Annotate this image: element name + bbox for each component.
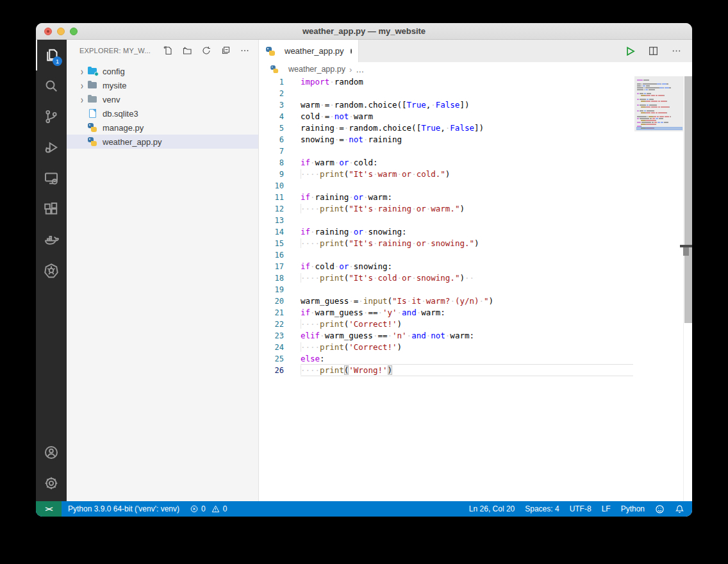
line-content[interactable]: ····print("It's·warm·or·cold."): [301, 169, 634, 180]
line-content[interactable]: else:: [301, 353, 634, 365]
line-content[interactable]: ····print('Correct!'): [301, 319, 634, 330]
code-line-21[interactable]: 21if·warm_guess·==·'y'·and·warm:: [259, 307, 634, 319]
line-content[interactable]: [301, 145, 634, 157]
code-line-20[interactable]: 20warm_guess·=·input("Is·it·warm?·(y/n)·…: [259, 295, 634, 307]
line-content[interactable]: if·warm·or·cold:: [301, 157, 634, 169]
code-editor[interactable]: 1import·random23warm·=·random.choice([Tr…: [259, 76, 692, 501]
code-line-16[interactable]: 16: [259, 249, 634, 261]
account-button[interactable]: [36, 437, 67, 468]
code-line-3[interactable]: 3warm·=·random.choice([True,·False]): [259, 99, 634, 111]
sidebar-item-run-debug[interactable]: [36, 132, 67, 163]
line-content[interactable]: [301, 249, 634, 261]
code-line-9[interactable]: 9····print("It's·warm·or·cold."): [259, 169, 634, 180]
indentation[interactable]: Spaces: 4: [525, 504, 559, 513]
code-line-10[interactable]: 10: [259, 180, 634, 192]
chevron-right-icon[interactable]: ›: [78, 94, 87, 105]
line-content[interactable]: ····print("It's·cold·or·snowing.")··: [301, 272, 634, 284]
split-editor-button[interactable]: [646, 44, 660, 58]
minimize-button[interactable]: [57, 28, 65, 35]
code-line-24[interactable]: 24····print('Correct!'): [259, 342, 634, 353]
breadcrumb-more[interactable]: …: [356, 65, 364, 74]
line-content[interactable]: [301, 215, 634, 226]
modified-dot[interactable]: [351, 49, 352, 54]
code-line-17[interactable]: 17if·cold·or·snowing:: [259, 261, 634, 272]
more-actions-button[interactable]: [238, 44, 252, 58]
close-button[interactable]: [44, 28, 52, 35]
language-mode[interactable]: Python: [621, 504, 645, 513]
file-row-mysite[interactable]: ›mysite: [67, 78, 258, 92]
line-content[interactable]: cold·=·not·warm: [301, 111, 634, 122]
sidebar-item-docker[interactable]: [36, 224, 67, 255]
line-content[interactable]: ····print('Wrong!'): [301, 365, 634, 376]
file-row-db-sqlite3[interactable]: db.sqlite3: [67, 106, 258, 120]
code-line-23[interactable]: 23elif·warm_guess·==·'n'·and·not·warm:: [259, 330, 634, 342]
code-line-5[interactable]: 5raining·=·random.choice([True,·False]): [259, 122, 634, 134]
code-line-19[interactable]: 19: [259, 284, 634, 295]
file-row-weather-app-py[interactable]: weather_app.py: [67, 135, 258, 149]
more-editor-actions-button[interactable]: [669, 44, 683, 58]
breadcrumb[interactable]: weather_app.py › …: [259, 62, 692, 76]
line-content[interactable]: ····print("It's·raining·or·snowing."): [301, 238, 634, 249]
code-line-14[interactable]: 14if·raining·or·snowing:: [259, 226, 634, 238]
code-line-13[interactable]: 13: [259, 215, 634, 226]
cursor-position[interactable]: Ln 26, Col 20: [469, 504, 515, 513]
run-python-file-button[interactable]: [623, 44, 637, 58]
code-line-22[interactable]: 22····print('Correct!'): [259, 319, 634, 330]
refresh-button[interactable]: [199, 44, 213, 58]
code-line-25[interactable]: 25else:: [259, 353, 634, 365]
new-file-button[interactable]: [161, 44, 175, 58]
line-content[interactable]: if·cold·or·snowing:: [301, 261, 634, 272]
file-row-manage-py[interactable]: manage.py: [67, 120, 258, 135]
code-line-8[interactable]: 8if·warm·or·cold:: [259, 157, 634, 169]
line-content[interactable]: warm_guess·=·input("Is·it·warm?·(y/n)·"): [301, 295, 634, 307]
breadcrumb-file[interactable]: weather_app.py: [288, 65, 345, 74]
code-line-6[interactable]: 6snowing·=·not·raining: [259, 134, 634, 145]
sidebar-item-extensions[interactable]: [36, 194, 67, 224]
line-content[interactable]: snowing·=·not·raining: [301, 134, 634, 145]
code-line-1[interactable]: 1import·random: [259, 76, 634, 88]
notifications-button[interactable]: [675, 504, 684, 514]
line-content[interactable]: if·warm_guess·==·'y'·and·warm:: [301, 307, 634, 319]
line-content[interactable]: elif·warm_guess·==·'n'·and·not·warm:: [301, 330, 634, 342]
code-line-4[interactable]: 4cold·=·not·warm: [259, 111, 634, 122]
line-content[interactable]: [301, 88, 634, 99]
code-line-26[interactable]: 26····print('Wrong!'): [259, 365, 634, 376]
feedback-button[interactable]: [655, 504, 665, 514]
zoom-button[interactable]: [70, 28, 78, 35]
line-content[interactable]: if·raining·or·warm:: [301, 192, 634, 203]
sidebar-item-search[interactable]: [36, 70, 67, 101]
line-content[interactable]: [301, 180, 634, 192]
file-row-config[interactable]: ›config: [67, 64, 258, 78]
line-content[interactable]: ····print("It's·raining·or·warm."): [301, 203, 634, 215]
collapse-folders-button[interactable]: [219, 44, 233, 58]
vertical-scrollbar[interactable]: [683, 76, 692, 501]
new-folder-button[interactable]: [180, 44, 194, 58]
sidebar-item-kubernetes[interactable]: [36, 255, 67, 286]
code-line-11[interactable]: 11if·raining·or·warm:: [259, 192, 634, 203]
chevron-right-icon[interactable]: ›: [78, 79, 87, 91]
code-line-7[interactable]: 7: [259, 145, 634, 157]
tab-weather-app[interactable]: weather_app.py: [259, 40, 359, 62]
code-lines[interactable]: 1import·random23warm·=·random.choice([Tr…: [259, 76, 634, 376]
code-line-15[interactable]: 15····print("It's·raining·or·snowing."): [259, 238, 634, 249]
line-content[interactable]: warm·=·random.choice([True,·False]): [301, 99, 634, 111]
encoding[interactable]: UTF-8: [570, 504, 592, 513]
eol[interactable]: LF: [602, 504, 611, 513]
minimap[interactable]: [634, 76, 683, 131]
line-content[interactable]: ····print('Correct!'): [301, 342, 634, 353]
code-line-18[interactable]: 18····print("It's·cold·or·snowing.")··: [259, 272, 634, 284]
line-content[interactable]: if·raining·or·snowing:: [301, 226, 634, 238]
scrollbar-slider[interactable]: [684, 76, 692, 323]
sidebar-item-remote-explorer[interactable]: [36, 163, 67, 194]
remote-indicator[interactable]: ><: [36, 501, 62, 517]
line-content[interactable]: [301, 284, 634, 295]
python-interpreter[interactable]: Python 3.9.0 64-bit ('venv': venv): [68, 504, 179, 513]
code-line-2[interactable]: 2: [259, 88, 634, 99]
sidebar-item-explorer[interactable]: 1: [36, 40, 67, 70]
sidebar-item-source-control[interactable]: [36, 101, 67, 132]
settings-button[interactable]: [36, 468, 67, 499]
code-line-12[interactable]: 12····print("It's·raining·or·warm."): [259, 203, 634, 215]
line-content[interactable]: import·random: [301, 76, 634, 88]
chevron-right-icon[interactable]: ›: [78, 65, 87, 77]
problems-indicator[interactable]: 0 0: [190, 504, 227, 513]
